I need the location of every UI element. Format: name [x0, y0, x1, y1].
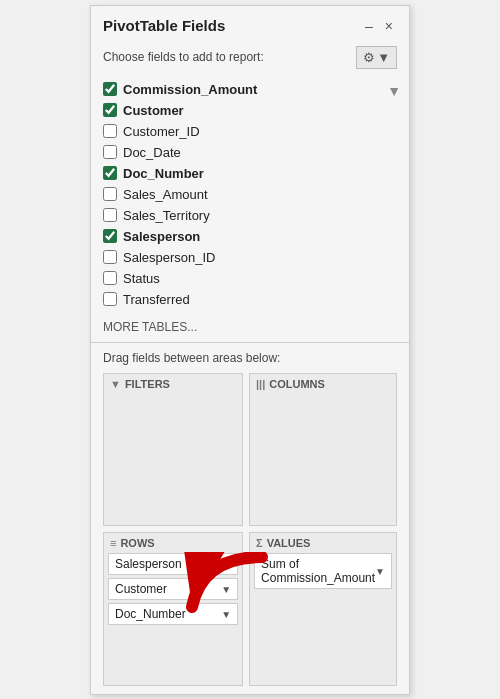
field-label-sales-territory: Sales_Territory — [123, 208, 210, 223]
field-label-doc-date: Doc_Date — [123, 145, 181, 160]
checkbox-doc-date[interactable] — [103, 145, 117, 159]
areas-section: Drag fields between areas below: ▼ FILTE… — [91, 343, 409, 694]
rows-area-title: ≡ ROWS — [104, 533, 242, 551]
rows-customer-label: Customer — [115, 582, 167, 596]
field-item-salesperson-id[interactable]: Salesperson_ID — [103, 247, 397, 268]
gear-button[interactable]: ⚙ ▼ — [356, 46, 397, 69]
field-label-doc-number: Doc_Number — [123, 166, 204, 181]
field-label-salesperson: Salesperson — [123, 229, 200, 244]
columns-icon: ||| — [256, 378, 265, 390]
checkbox-status[interactable] — [103, 271, 117, 285]
field-label-commission-amount: Commission_Amount — [123, 82, 257, 97]
rows-item-customer[interactable]: Customer ▼ — [108, 578, 238, 600]
rows-icon: ≡ — [110, 537, 116, 549]
field-item-doc-number[interactable]: Doc_Number — [103, 163, 397, 184]
field-item-customer-id[interactable]: Customer_ID — [103, 121, 397, 142]
rows-docnumber-label: Doc_Number — [115, 607, 186, 621]
field-item-transferred[interactable]: Transferred — [103, 289, 397, 310]
field-item-commission-amount[interactable]: Commission_Amount — [103, 79, 397, 100]
rows-customer-arrow[interactable]: ▼ — [221, 584, 231, 595]
filters-area-title: ▼ FILTERS — [104, 374, 242, 392]
checkbox-sales-territory[interactable] — [103, 208, 117, 222]
columns-area-title: ||| COLUMNS — [250, 374, 396, 392]
filter-icon[interactable]: ▼ — [387, 83, 401, 99]
values-commission-arrow[interactable]: ▼ — [375, 566, 385, 577]
checkbox-doc-number[interactable] — [103, 166, 117, 180]
subheader-text: Choose fields to add to report: — [103, 50, 264, 64]
rows-salesperson-arrow[interactable]: ▼ — [221, 559, 231, 570]
panel-header: PivotTable Fields – × — [91, 6, 409, 42]
values-item-commission[interactable]: Sum of Commission_Amount ▼ — [254, 553, 392, 589]
field-item-sales-amount[interactable]: Sales_Amount — [103, 184, 397, 205]
rows-label: ROWS — [120, 537, 154, 549]
filters-label: FILTERS — [125, 378, 170, 390]
field-item-salesperson[interactable]: Salesperson — [103, 226, 397, 247]
columns-label: COLUMNS — [269, 378, 325, 390]
field-label-status: Status — [123, 271, 160, 286]
checkbox-customer-id[interactable] — [103, 124, 117, 138]
values-content: Sum of Commission_Amount ▼ — [250, 551, 396, 685]
rows-item-salesperson[interactable]: Salesperson ▼ — [108, 553, 238, 575]
checkbox-commission-amount[interactable] — [103, 82, 117, 96]
pin-button[interactable]: – — [361, 16, 377, 36]
field-label-sales-amount: Sales_Amount — [123, 187, 208, 202]
areas-header: Drag fields between areas below: — [103, 351, 397, 365]
filters-area: ▼ FILTERS — [103, 373, 243, 527]
checkbox-salesperson-id[interactable] — [103, 250, 117, 264]
more-tables-link[interactable]: MORE TABLES... — [91, 314, 409, 342]
values-icon: Σ — [256, 537, 263, 549]
subheader: Choose fields to add to report: ⚙ ▼ — [91, 42, 409, 75]
field-item-sales-territory[interactable]: Sales_Territory — [103, 205, 397, 226]
gear-dropdown-arrow: ▼ — [377, 50, 390, 65]
filters-content[interactable] — [104, 392, 242, 526]
rows-item-doc-number[interactable]: Doc_Number ▼ — [108, 603, 238, 625]
field-label-customer-id: Customer_ID — [123, 124, 200, 139]
values-label: VALUES — [267, 537, 311, 549]
close-button[interactable]: × — [381, 16, 397, 36]
rows-salesperson-label: Salesperson — [115, 557, 182, 571]
field-label-salesperson-id: Salesperson_ID — [123, 250, 216, 265]
areas-grid: ▼ FILTERS ||| COLUMNS ≡ ROWS — [103, 373, 397, 686]
columns-area: ||| COLUMNS — [249, 373, 397, 527]
values-area-title: Σ VALUES — [250, 533, 396, 551]
field-item-status[interactable]: Status — [103, 268, 397, 289]
panel-title: PivotTable Fields — [103, 17, 225, 34]
fields-list: ▼ Commission_Amount Customer Customer_ID… — [91, 75, 409, 314]
rows-area: ≡ ROWS Salesperson ▼ Customer ▼ Doc_Numb… — [103, 532, 243, 686]
field-label-customer: Customer — [123, 103, 184, 118]
field-item-doc-date[interactable]: Doc_Date — [103, 142, 397, 163]
checkbox-salesperson[interactable] — [103, 229, 117, 243]
rows-docnumber-arrow[interactable]: ▼ — [221, 609, 231, 620]
gear-icon: ⚙ — [363, 50, 375, 65]
values-area: Σ VALUES Sum of Commission_Amount ▼ — [249, 532, 397, 686]
columns-content[interactable] — [250, 392, 396, 526]
checkbox-customer[interactable] — [103, 103, 117, 117]
field-label-transferred: Transferred — [123, 292, 190, 307]
field-item-customer[interactable]: Customer — [103, 100, 397, 121]
checkbox-sales-amount[interactable] — [103, 187, 117, 201]
pivot-table-fields-panel: PivotTable Fields – × Choose fields to a… — [90, 5, 410, 695]
filters-icon: ▼ — [110, 378, 121, 390]
values-commission-label: Sum of Commission_Amount — [261, 557, 375, 585]
header-controls: – × — [361, 16, 397, 36]
checkbox-transferred[interactable] — [103, 292, 117, 306]
rows-content: Salesperson ▼ Customer ▼ Doc_Number ▼ — [104, 551, 242, 685]
